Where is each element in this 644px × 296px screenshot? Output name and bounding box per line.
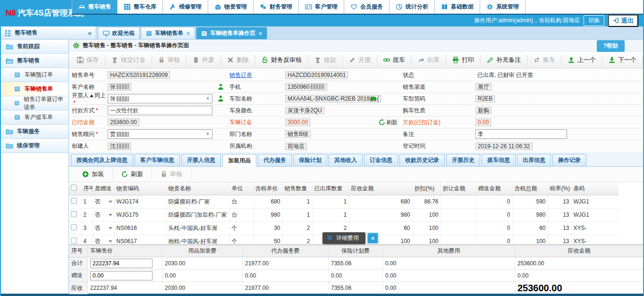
audit-button[interactable]: 审核 [152, 54, 186, 66]
row-checkbox[interactable] [71, 224, 77, 230]
payment-input[interactable] [108, 106, 212, 115]
delete-button[interactable]: 删除 [221, 54, 255, 66]
person-icon[interactable] [218, 95, 224, 102]
col-sales-qty: 销售数量 [282, 182, 312, 195]
pickup-button[interactable]: 提车 [377, 54, 412, 66]
total-vehicle-price-input[interactable] [90, 259, 153, 268]
tab-customer-vehicle-info[interactable]: 客户车辆信息 [135, 154, 180, 166]
previous-record-button[interactable]: 上一个 [562, 54, 602, 66]
save-icon [77, 57, 84, 63]
col-is-gift: 是赠送 [93, 182, 114, 195]
sidebar-item-presale-tracking[interactable]: 售前跟踪 [1, 40, 68, 54]
tab-payment-history[interactable]: 收款历史记录 [399, 154, 445, 166]
tab-mortgage-plate-info[interactable]: 按揭合同及上牌信息 [71, 154, 133, 166]
nav-tab-base-data[interactable]: 基础数据 [435, 0, 480, 14]
continue-deposit-button[interactable]: 续交订金 [105, 54, 152, 66]
tab-pickup-info[interactable]: 提车信息 [482, 154, 516, 166]
sidebar-item-order-cancel-request[interactable]: 销售订单退订申请单 [1, 96, 68, 110]
swap-vehicle-button[interactable]: 换车 [527, 54, 562, 66]
nav-tab-system[interactable]: 系统管理 [480, 0, 525, 14]
print-button[interactable]: 打印 [446, 54, 481, 66]
select-all-checkbox[interactable] [71, 185, 77, 191]
save-button[interactable]: 保存 [71, 54, 105, 66]
tab-invoice-history[interactable]: 开票历史 [446, 154, 480, 166]
next-record-button[interactable]: 下一个 [602, 54, 643, 66]
gift-dropdown[interactable]: 否 [95, 198, 112, 206]
person-icon[interactable] [218, 84, 224, 90]
tab-outbound-info[interactable]: 出库信息 [517, 154, 551, 166]
tab-insurance-plan[interactable]: 保险计划 [293, 154, 327, 166]
goods-row-2[interactable]: 2 否 WJG175 防爆膜四门加后档-厂家 台 980 1 1 980 100… [69, 208, 619, 221]
logout-button[interactable]: 退出 [608, 15, 638, 27]
collect-payment-button[interactable]: 收款 [308, 54, 343, 66]
row-checkbox[interactable] [71, 211, 77, 217]
sidebar-item-vehicle-service[interactable]: 车辆服务 [1, 125, 68, 139]
tab-addon-goods[interactable]: 加装用品 [222, 154, 256, 167]
nav-tab-vehicle-warehouse[interactable]: 整车仓库 [118, 0, 163, 14]
tab-invoicer-info[interactable]: 开票人信息 [181, 154, 221, 166]
add-remark-button[interactable]: 补充备注 [481, 54, 527, 66]
cell-code: WJG175 [114, 208, 166, 221]
cell-out-qty: 1 [312, 208, 349, 221]
fees-popup-toggle[interactable]: 详细费用 [322, 232, 365, 244]
row-checkbox[interactable] [71, 237, 77, 244]
switch-org-button[interactable]: 切换 [584, 15, 604, 26]
remark-input[interactable] [475, 129, 567, 139]
add-goods-button[interactable]: 加装 [74, 169, 113, 180]
sidebar-item-vehicle-sales[interactable]: 整车销售 [1, 54, 68, 68]
invoice-button[interactable]: 开票 [343, 54, 377, 66]
gift-dropdown[interactable]: 否 [95, 237, 112, 245]
page-tab-welcome[interactable]: 欢迎光临 [98, 27, 140, 39]
close-popup-button[interactable]: × [367, 232, 379, 244]
chevron-down-icon [109, 201, 112, 203]
advisor-select[interactable]: 贾▼ [108, 129, 212, 139]
button-label: 审核 [168, 56, 180, 64]
refresh-goods-button[interactable]: 刷新 [113, 169, 152, 180]
page-tab-sales-operation[interactable]: 车辆销售单操作页× [196, 27, 267, 39]
nav-tab-materials[interactable]: 物资管理 [208, 0, 254, 14]
nav-tab-membership[interactable]: 会员服务 [344, 0, 390, 14]
folder-icon [6, 43, 13, 50]
cell-tax-rate: 13 [548, 221, 571, 235]
row-checkbox[interactable] [71, 198, 77, 204]
tab-deposit-info[interactable]: 订金信息 [364, 154, 398, 166]
tab-other-income[interactable]: 其他收入 [329, 154, 363, 166]
summary-row-label: 应收 [69, 282, 88, 294]
settled-amount-label: 已结金额 [71, 118, 108, 127]
sales-order-link[interactable]: 销售订单 [229, 72, 252, 78]
sidebar-item-renewal-management[interactable]: 续保管理 [1, 139, 68, 153]
invoicer-select[interactable]: 张▼ [108, 94, 212, 103]
tab-agency-services[interactable]: 代办服务 [258, 154, 292, 166]
void-button[interactable]: 作废 [186, 54, 221, 66]
sidebar-item-vehicle-sales-order[interactable]: 车辆销售单 [1, 82, 68, 96]
outbound-button[interactable]: 出库 [412, 54, 446, 66]
top-header: N8汽车4S店管理系统 整车销售 整车仓库 维修管理 物资管理 财务管理 客户管… [1, 0, 643, 26]
close-tab-icon[interactable]: × [259, 30, 262, 37]
tab-operation-log[interactable]: 操作记录 [552, 154, 586, 166]
nav-tab-vehicle-sales[interactable]: 整车销售 [72, 0, 118, 14]
finance-unaudit-button[interactable]: 财务反审核 [255, 54, 308, 66]
nav-tab-statistics[interactable]: 统计分析 [390, 0, 435, 14]
help-button[interactable]: ?帮助 [597, 40, 625, 52]
refresh-button[interactable]: 刷新 [379, 118, 402, 127]
cell-qty: 2 [282, 221, 312, 235]
form-row: 客户名称 张 手机 1350960 销售渠道 展厅 [71, 81, 641, 93]
nav-tab-customers[interactable]: 客户管理 [299, 0, 344, 14]
nav-tab-finance[interactable]: 财务管理 [254, 0, 299, 14]
sidebar-item-customer-pickup[interactable]: 客户提车单 [1, 110, 68, 125]
unlock-green-icon [262, 57, 268, 63]
page-tab-sales-list[interactable]: 车辆销售单× [141, 27, 195, 39]
cell-price: 30 [253, 221, 282, 235]
close-tab-icon[interactable]: × [186, 30, 190, 37]
audit-goods-button[interactable]: 审核 [152, 169, 191, 180]
goods-row-1[interactable]: 1 否 WJG174 防爆膜前档-厂家 台 680 1 1 680 86.76 … [69, 195, 619, 208]
gift-dropdown[interactable]: 否 [95, 211, 112, 219]
nav-tab-repair[interactable]: 维修管理 [163, 0, 208, 14]
gift-dropdown[interactable]: 否 [95, 224, 112, 232]
sidebar-item-label: 车辆销售单 [25, 85, 53, 93]
gift-vehicle-price-input[interactable] [90, 271, 153, 280]
sidebar-item-vehicle-preorder[interactable]: 车辆预订单 [1, 68, 68, 82]
collapse-sidebar-icon[interactable]: « [88, 29, 92, 37]
sidebar-item-label: 车辆预订单 [25, 71, 53, 79]
form-row: 已结金额 253600.00 车辆订金 3000.00 刷新 欠款(已扣订金) … [71, 117, 641, 128]
